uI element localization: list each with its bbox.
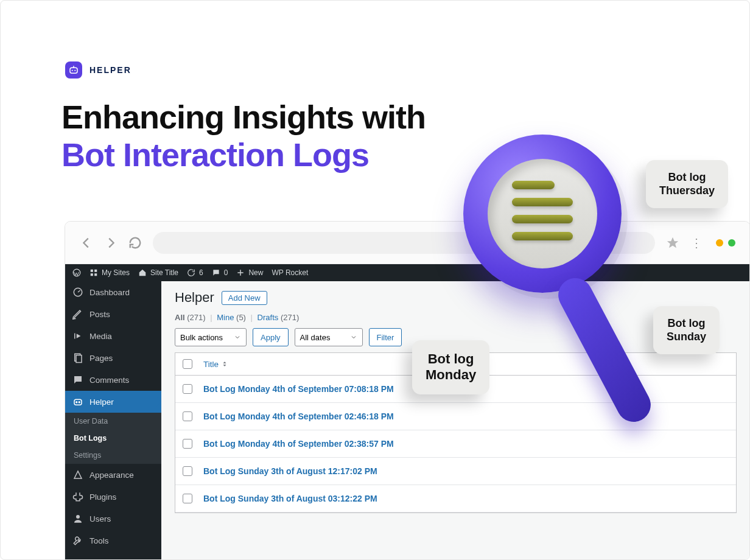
svg-rect-8 — [91, 273, 93, 276]
log-entry-link[interactable]: Bot Log Monday 4th of September 02:38:57… — [203, 439, 394, 449]
dates-label: All dates — [300, 333, 331, 342]
filter-mine-link[interactable]: Mine — [217, 313, 234, 322]
svg-marker-20 — [223, 365, 226, 366]
sidebar-item-dashboard[interactable]: Dashboard — [65, 281, 161, 303]
table-row: Bot Log Sunday 3th of August 12:17:02 PM — [175, 458, 736, 485]
bubble-line: Sunday — [667, 331, 706, 344]
window-maximize-icon[interactable] — [728, 239, 735, 247]
address-bar[interactable] — [153, 232, 655, 254]
filter-mine-count: (5) — [236, 313, 246, 322]
column-header-title[interactable]: Title — [203, 360, 228, 369]
sidebar-item-pages[interactable]: Pages — [65, 347, 161, 369]
svg-rect-15 — [74, 399, 82, 405]
bubble-sunday: Bot log Sunday — [653, 306, 720, 354]
admin-comments-count: 0 — [224, 268, 228, 277]
forward-icon[interactable] — [104, 236, 117, 250]
svg-rect-7 — [94, 270, 97, 272]
sidebar-item-helper[interactable]: Helper — [65, 391, 161, 413]
bubble-line: Thuersday — [659, 184, 715, 198]
wp-admin-bar: My Sites Site Title 6 0 New WP Rocket — [65, 264, 750, 281]
column-title-label: Title — [203, 360, 219, 369]
row-checkbox[interactable] — [183, 411, 192, 421]
browser-window: ⋮ My Sites Site Title 6 0 New — [65, 221, 750, 560]
wp-logo-icon[interactable] — [72, 268, 81, 277]
sidebar-sub-settings[interactable]: Settings — [65, 447, 161, 464]
filter-all-label[interactable]: All — [175, 313, 185, 322]
sidebar-item-label: Appearance — [89, 471, 134, 480]
row-checkbox[interactable] — [183, 466, 192, 476]
wp-sidebar: Dashboard Posts Media Pages Comments Hel… — [65, 281, 161, 560]
admin-mysites-label: My Sites — [102, 268, 130, 277]
sidebar-item-plugins[interactable]: Plugins — [65, 486, 161, 508]
sidebar-item-comments[interactable]: Comments — [65, 369, 161, 391]
sidebar-item-posts[interactable]: Posts — [65, 303, 161, 325]
chevron-down-icon — [234, 334, 241, 341]
dates-select[interactable]: All dates — [295, 328, 363, 346]
select-all-checkbox[interactable] — [183, 359, 192, 369]
admin-site-title-label: Site Title — [150, 268, 178, 277]
admin-updates-count: 6 — [199, 268, 203, 277]
bubble-monday: Bot log Monday — [412, 340, 489, 394]
page-title: Helper — [175, 290, 214, 306]
filter-drafts-count: (271) — [281, 313, 299, 322]
sidebar-item-appearance[interactable]: Appearance — [65, 464, 161, 486]
svg-point-2 — [74, 70, 75, 71]
log-entry-link[interactable]: Bot Log Sunday 3th of August 03:12:22 PM — [203, 494, 377, 503]
table-row: Bot Log Monday 4th of September 02:38:57… — [175, 430, 736, 458]
log-entry-link[interactable]: Bot Log Monday 4th of September 02:46:18… — [203, 411, 394, 421]
sidebar-item-media[interactable]: Media — [65, 325, 161, 347]
sidebar-item-tools[interactable]: Tools — [65, 530, 161, 551]
bubble-thursday: Bot log Thuersday — [646, 160, 728, 208]
filter-button[interactable]: Filter — [369, 328, 402, 346]
log-entry-link[interactable]: Bot Log Monday 4th of September 07:08:18… — [203, 384, 394, 394]
headline-line-1: Enhancing Insights with — [61, 98, 426, 136]
bubble-line: Bot log — [426, 351, 476, 367]
bubble-line: Bot log — [659, 171, 715, 184]
bubble-line: Bot log — [667, 317, 706, 331]
sidebar-submenu-helper: User Data Bot Logs Settings — [65, 413, 161, 464]
add-new-button[interactable]: Add New — [222, 291, 267, 305]
headline-line-2: Bot Interaction Logs — [61, 136, 426, 173]
sidebar-item-label: Users — [89, 514, 111, 523]
table-row: Bot Log Sunday 3th of August 03:12:22 PM — [175, 485, 736, 513]
bulk-actions-select[interactable]: Bulk actions — [175, 328, 247, 346]
sidebar-item-label: Tools — [89, 536, 109, 545]
row-checkbox[interactable] — [183, 439, 192, 449]
apply-button[interactable]: Apply — [253, 328, 289, 346]
admin-site-title[interactable]: Site Title — [138, 268, 178, 277]
filter-drafts-link[interactable]: Drafts — [258, 313, 279, 322]
admin-updates[interactable]: 6 — [187, 268, 203, 277]
log-entry-link[interactable]: Bot Log Sunday 3th of August 12:17:02 PM — [203, 466, 377, 476]
browser-menu-icon[interactable]: ⋮ — [690, 236, 703, 250]
admin-new[interactable]: New — [236, 268, 263, 277]
sort-icon — [221, 360, 228, 368]
admin-comments[interactable]: 0 — [212, 268, 228, 277]
sidebar-item-label: Pages — [89, 354, 113, 363]
admin-wprocket[interactable]: WP Rocket — [272, 268, 308, 277]
svg-point-16 — [76, 402, 77, 403]
svg-marker-19 — [223, 362, 226, 363]
sidebar-item-label: Dashboard — [89, 288, 130, 297]
browser-toolbar: ⋮ — [65, 222, 750, 264]
back-icon[interactable] — [80, 236, 93, 250]
star-icon[interactable] — [666, 236, 679, 250]
sidebar-item-users[interactable]: Users — [65, 508, 161, 530]
svg-rect-0 — [70, 68, 77, 73]
row-checkbox[interactable] — [183, 494, 192, 503]
filter-all-count: (271) — [187, 313, 205, 322]
admin-new-label: New — [248, 268, 263, 277]
admin-wprocket-label: WP Rocket — [272, 268, 308, 277]
sidebar-sub-userdata[interactable]: User Data — [65, 413, 161, 430]
bubble-line: Monday — [426, 367, 476, 383]
bulk-actions-label: Bulk actions — [180, 333, 223, 342]
window-minimize-icon[interactable] — [716, 239, 723, 247]
reload-icon[interactable] — [128, 236, 142, 250]
admin-mysites[interactable]: My Sites — [89, 268, 130, 277]
sidebar-sub-botlogs[interactable]: Bot Logs — [65, 430, 161, 447]
window-controls — [716, 239, 735, 247]
svg-point-17 — [79, 402, 80, 403]
page-header: Helper Add New — [175, 290, 737, 306]
sidebar-item-label: Media — [89, 332, 112, 341]
row-checkbox[interactable] — [183, 384, 192, 394]
svg-rect-6 — [91, 270, 93, 272]
